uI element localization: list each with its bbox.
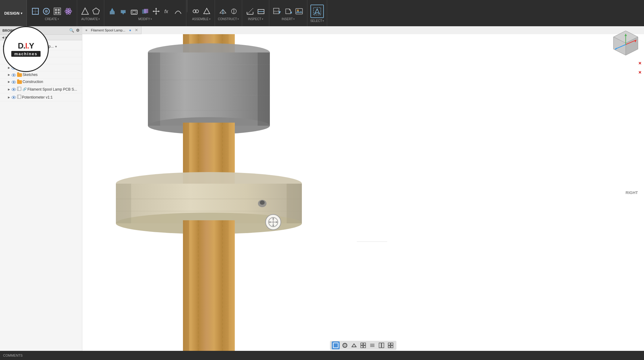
svg-rect-8 [55, 12, 57, 14]
eye-icon-construction[interactable] [12, 80, 16, 84]
formula-tool-icon[interactable]: fx [162, 6, 173, 17]
right-axis-x: ✕ [638, 61, 642, 66]
svg-marker-29 [158, 10, 160, 12]
toolbar-select-tools: SELECT ▾ [307, 0, 327, 26]
tree-collapse-btn[interactable]: ◀ [2, 36, 4, 39]
particle-tool-icon[interactable] [63, 6, 74, 17]
right-axis-y: ✕ [638, 70, 642, 75]
insert-svg-icon[interactable]: SVG [272, 6, 283, 17]
bottom-quad-icon[interactable] [387, 341, 395, 349]
bottom-list-icon[interactable] [368, 341, 376, 349]
svg-rect-58 [17, 95, 21, 99]
insert-image-icon[interactable] [294, 6, 305, 17]
svg-rect-129 [382, 343, 384, 348]
svg-rect-131 [391, 343, 393, 345]
svg-marker-53 [315, 9, 320, 14]
grid-tool-icon[interactable] [52, 6, 63, 17]
svg-rect-89 [116, 184, 131, 223]
eye-icon-filament[interactable] [12, 87, 16, 92]
toolbar-insert-tools: SVG INSERT ▾ [269, 0, 307, 26]
construct-plane-icon[interactable] [217, 6, 228, 17]
bottom-view-icon-1[interactable] [332, 341, 340, 349]
svg-marker-27 [155, 13, 157, 15]
triangle-tool-icon[interactable] [80, 6, 91, 17]
pull-tool-icon[interactable] [107, 6, 118, 17]
view-right-label: RIGHT [626, 190, 638, 195]
insert-dxf-icon[interactable] [283, 6, 294, 17]
inspect-label: INSPECT ▾ [248, 17, 263, 21]
statusbar: COMMENTS [0, 351, 644, 360]
svg-rect-124 [363, 346, 366, 348]
svg-rect-117 [333, 343, 338, 348]
folder-icon-construction [17, 80, 22, 84]
select-label: SELECT ▾ [310, 19, 324, 23]
orbit-cursor[interactable] [265, 214, 281, 230]
tree-label-sketches: Sketches [23, 73, 38, 77]
bottom-view-icon-2[interactable] [341, 341, 349, 349]
main-toolbar: DESIGN ▾ CREATE ▾ [0, 0, 644, 26]
bottom-split-icon[interactable] [377, 341, 385, 349]
svg-rect-94 [183, 220, 235, 351]
svg-rect-20 [131, 10, 137, 14]
design-mode-button[interactable]: DESIGN ▾ [0, 0, 27, 26]
bottom-view-icon-3[interactable] [350, 341, 358, 349]
file-tab-name: Filament Spool Lamp... [91, 28, 125, 32]
move-tool-icon[interactable] [151, 6, 162, 17]
inspect-measure-icon[interactable] [245, 6, 256, 17]
svg-rect-16 [110, 11, 115, 14]
assemble-move-icon[interactable] [201, 6, 212, 17]
tree-label-potentiometer: Potentiometer v1:1 [22, 95, 53, 99]
statusbar-text: COMMENTS [3, 354, 23, 357]
svg-rect-95 [183, 220, 189, 351]
bottom-grid-icon[interactable] [359, 341, 367, 349]
sketch-tool-icon[interactable] [30, 6, 41, 17]
tree-arrow-filament: ▶ [7, 87, 11, 92]
svg-rect-123 [361, 346, 363, 348]
construct-axis-icon[interactable] [228, 6, 239, 17]
toolbar-modify-tools: fx MODIFY ▾ [104, 0, 186, 26]
toolbar-construct-tools: CONSTRUCT ▾ [215, 0, 242, 26]
toolbar-assemble-tools: ASSEMBLE ▾ [188, 0, 215, 26]
combine-tool-icon[interactable] [140, 6, 151, 17]
tree-item-construction[interactable]: ▶ Construction [0, 78, 82, 85]
tree-label-construction: Construction [23, 80, 43, 84]
automate-label: AUTOMATE ▾ [81, 17, 100, 21]
logo-diy: D.I.Y [18, 41, 34, 50]
nav-cube-svg[interactable] [609, 28, 642, 61]
tree-arrow-construction: ▶ [7, 80, 11, 84]
shell-tool-icon[interactable] [129, 6, 140, 17]
tree-item-potentiometer[interactable]: ▶ Potentiometer v1:1 [0, 93, 82, 101]
file-tab-close[interactable]: ✕ [135, 28, 138, 32]
svg-rect-6 [55, 9, 57, 11]
eye-icon-sketches[interactable] [12, 73, 16, 77]
tree-item-filament[interactable]: ▶ 🔗 Filament Spool Lamp PCB S... [0, 85, 82, 93]
svg-marker-51 [296, 11, 302, 13]
component-icon-filament [17, 87, 21, 92]
tree-label-filament: Filament Spool Lamp PCB S... [27, 87, 77, 92]
push-tool-icon[interactable] [118, 6, 129, 17]
inspect-section-icon[interactable] [256, 6, 267, 17]
svg-rect-130 [388, 343, 390, 345]
svg-marker-33 [204, 8, 210, 14]
assemble-joint-icon[interactable] [190, 6, 201, 17]
svg-rect-76 [148, 52, 160, 126]
bottom-toolbar [82, 340, 644, 351]
svg-rect-96 [229, 220, 235, 351]
svg-marker-47 [286, 9, 291, 14]
select-tool-button[interactable] [310, 5, 324, 18]
eye-icon-potentiometer[interactable] [12, 95, 16, 99]
search-icon[interactable]: 🔍 [69, 28, 74, 33]
file-tab[interactable]: ■ Filament Spool Lamp... ● ✕ [82, 26, 141, 34]
file-tab-pin: ● [129, 28, 131, 32]
svg-marker-26 [155, 8, 157, 9]
settings-icon[interactable]: ⚙ [76, 28, 80, 33]
link-icon-filament: 🔗 [23, 87, 27, 91]
curve-tool-icon[interactable] [173, 6, 184, 17]
camera-tool-icon[interactable] [41, 6, 52, 17]
tree-arrow-bodies: ▶ [7, 66, 11, 70]
tree-item-sketches[interactable]: ▶ Sketches [0, 71, 82, 78]
svg-rect-132 [388, 346, 390, 348]
svg-rect-49 [296, 9, 302, 14]
svg-marker-48 [290, 11, 292, 14]
pentagon-tool-icon[interactable] [91, 6, 102, 17]
